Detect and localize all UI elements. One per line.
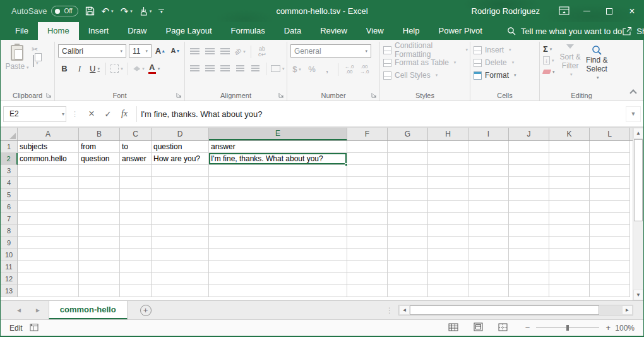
cell-C2[interactable]: answer bbox=[120, 153, 152, 165]
middle-align-button[interactable] bbox=[203, 45, 216, 58]
collapse-ribbon-button[interactable] bbox=[629, 89, 636, 96]
cell-L7[interactable] bbox=[590, 213, 630, 225]
clipboard-dialog-launcher[interactable] bbox=[46, 92, 52, 98]
touch-mouse-mode-button[interactable] bbox=[140, 6, 152, 16]
cell-J3[interactable] bbox=[509, 165, 549, 177]
cell-D5[interactable] bbox=[152, 189, 209, 201]
cell-C6[interactable] bbox=[120, 201, 152, 213]
cell-A13[interactable] bbox=[18, 285, 79, 297]
merge-center-button[interactable] bbox=[271, 62, 285, 75]
cell-G7[interactable] bbox=[388, 213, 428, 225]
cell-G12[interactable] bbox=[388, 273, 428, 285]
cell-E13[interactable] bbox=[209, 285, 347, 297]
cell-G11[interactable] bbox=[388, 261, 428, 273]
cell-F3[interactable] bbox=[347, 165, 388, 177]
cell-D4[interactable] bbox=[152, 177, 209, 189]
cell-B10[interactable] bbox=[79, 249, 120, 261]
select-all-button[interactable] bbox=[1, 128, 18, 140]
find-select-button[interactable]: Find & Select bbox=[583, 44, 611, 83]
share-button[interactable]: Share bbox=[622, 22, 644, 40]
cell-H3[interactable] bbox=[428, 165, 468, 177]
cell-I6[interactable] bbox=[468, 201, 509, 213]
scroll-right-button[interactable]: ► bbox=[622, 305, 633, 315]
row-header-8[interactable]: 8 bbox=[1, 225, 18, 237]
cell-E3[interactable] bbox=[209, 165, 347, 177]
name-box-splitter[interactable]: ⋮ bbox=[71, 110, 78, 118]
cell-J10[interactable] bbox=[509, 249, 549, 261]
cell-K10[interactable] bbox=[549, 249, 590, 261]
new-sheet-button[interactable]: + bbox=[140, 305, 152, 316]
fill-handle[interactable] bbox=[345, 163, 348, 166]
cell-A11[interactable] bbox=[18, 261, 79, 273]
horizontal-scrollbar[interactable]: ◄ ► bbox=[398, 305, 633, 316]
comma-style-button[interactable]: , bbox=[321, 63, 333, 76]
column-header-D[interactable]: D bbox=[152, 128, 209, 140]
cell-J13[interactable] bbox=[509, 285, 549, 297]
cell-L12[interactable] bbox=[590, 273, 630, 285]
cell-E8[interactable] bbox=[209, 225, 347, 237]
minimize-button[interactable] bbox=[575, 0, 598, 22]
delete-cells-button[interactable]: Delete bbox=[474, 56, 537, 69]
cell-L6[interactable] bbox=[590, 201, 630, 213]
row-header-4[interactable]: 4 bbox=[1, 177, 18, 189]
orientation-button[interactable]: ab bbox=[234, 45, 246, 58]
column-header-I[interactable]: I bbox=[468, 128, 509, 140]
page-break-preview-button[interactable] bbox=[498, 323, 508, 333]
cell-L8[interactable] bbox=[590, 225, 630, 237]
copy-button[interactable] bbox=[32, 56, 39, 67]
alignment-dialog-launcher[interactable] bbox=[278, 92, 284, 98]
cell-K13[interactable] bbox=[549, 285, 590, 297]
top-align-button[interactable] bbox=[188, 45, 201, 58]
cell-H1[interactable] bbox=[428, 141, 468, 153]
decrease-font-size-button[interactable]: A▼ bbox=[169, 44, 182, 58]
cell-A9[interactable] bbox=[18, 237, 79, 249]
tab-scrollbar-splitter[interactable]: ⋮ bbox=[386, 306, 393, 315]
cell-B11[interactable] bbox=[79, 261, 120, 273]
column-header-B[interactable]: B bbox=[79, 128, 120, 140]
row-header-11[interactable]: 11 bbox=[1, 261, 18, 273]
cell-D1[interactable]: question bbox=[152, 141, 209, 153]
autosave-control[interactable]: AutoSave Off bbox=[11, 6, 78, 16]
scroll-left-button[interactable]: ◄ bbox=[399, 305, 410, 315]
cell-I1[interactable] bbox=[468, 141, 509, 153]
cell-I13[interactable] bbox=[468, 285, 509, 297]
cell-F11[interactable] bbox=[347, 261, 388, 273]
cell-F9[interactable] bbox=[347, 237, 388, 249]
decrease-indent-button[interactable] bbox=[234, 62, 246, 75]
cell-D7[interactable] bbox=[152, 213, 209, 225]
autosave-toggle[interactable]: Off bbox=[51, 6, 78, 16]
tab-view[interactable]: View bbox=[357, 22, 393, 40]
format-cells-button[interactable]: Format bbox=[474, 69, 537, 82]
italic-button[interactable]: I bbox=[73, 62, 86, 75]
cell-C10[interactable] bbox=[120, 249, 152, 261]
bottom-align-button[interactable] bbox=[218, 45, 231, 58]
cell-H10[interactable] bbox=[428, 249, 468, 261]
row-header-7[interactable]: 7 bbox=[1, 213, 18, 225]
maximize-button[interactable] bbox=[598, 0, 621, 22]
cell-D8[interactable] bbox=[152, 225, 209, 237]
cell-J4[interactable] bbox=[509, 177, 549, 189]
number-format-combo[interactable]: General bbox=[290, 44, 371, 58]
cell-H12[interactable] bbox=[428, 273, 468, 285]
cell-K6[interactable] bbox=[549, 201, 590, 213]
cell-A12[interactable] bbox=[18, 273, 79, 285]
cell-H9[interactable] bbox=[428, 237, 468, 249]
vertical-scroll-thumb[interactable] bbox=[634, 139, 643, 221]
cell-styles-button[interactable]: Cell Styles bbox=[383, 69, 468, 82]
decrease-decimal-button[interactable]: .00→.0 bbox=[358, 63, 371, 76]
cell-D2[interactable]: How are you? bbox=[152, 153, 209, 165]
cell-F12[interactable] bbox=[347, 273, 388, 285]
cell-H8[interactable] bbox=[428, 225, 468, 237]
cell-F5[interactable] bbox=[347, 189, 388, 201]
underline-button[interactable]: U bbox=[88, 62, 101, 75]
insert-function-button[interactable]: fx bbox=[116, 109, 133, 119]
cell-C9[interactable] bbox=[120, 237, 152, 249]
cell-A7[interactable] bbox=[18, 213, 79, 225]
scroll-up-button[interactable]: ▲ bbox=[633, 128, 643, 138]
cell-E10[interactable] bbox=[209, 249, 347, 261]
tab-formulas[interactable]: Formulas bbox=[222, 22, 275, 40]
tab-data[interactable]: Data bbox=[275, 22, 311, 40]
save-button[interactable] bbox=[85, 6, 95, 16]
cell-A1[interactable]: subjects bbox=[18, 141, 79, 153]
zoom-slider-thumb[interactable] bbox=[566, 325, 569, 331]
